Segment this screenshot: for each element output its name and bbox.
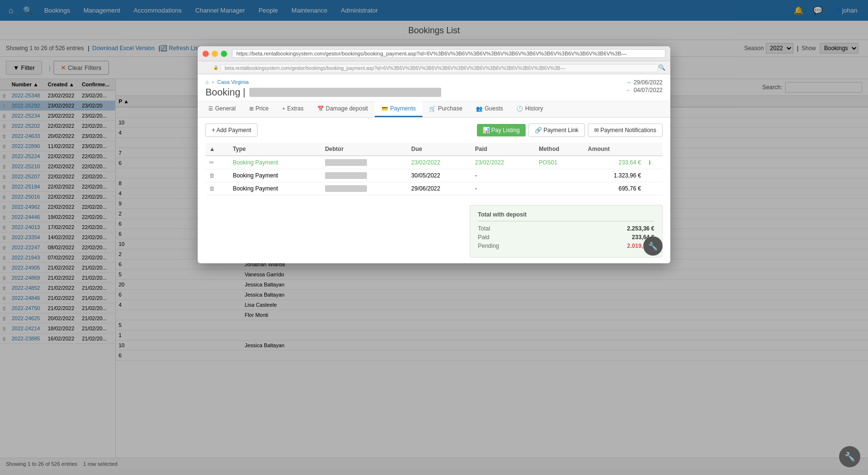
price-tab-icon: ⊞ xyxy=(249,106,254,112)
traffic-lights xyxy=(203,51,227,57)
payments-col-debtor: Debtor xyxy=(321,143,407,156)
payment-row-2-method xyxy=(535,169,584,182)
total-value: 2.253,36 € xyxy=(627,225,654,232)
breadcrumb-casa-virginia[interactable]: Casa Virginia xyxy=(217,79,248,85)
lock-icon: 🔒 xyxy=(213,65,218,70)
modal-overlay: https://beta.rentalbookingsystem.com/ges… xyxy=(0,0,868,470)
extras-tab-icon: + xyxy=(282,106,285,111)
tab-damage-deposit-label: Damage deposit xyxy=(326,105,368,112)
payments-col-sort: ▲ xyxy=(205,143,229,156)
arrive-arrow-icon: → xyxy=(626,79,632,86)
tab-extras[interactable]: + Extras xyxy=(275,101,310,117)
close-window-button[interactable] xyxy=(203,51,209,57)
payment-row-2-paid: - xyxy=(471,169,535,182)
payment-row-1-type: Booking Payment xyxy=(229,156,321,169)
pending-row: Pending 2.019,72 € xyxy=(478,243,654,249)
tab-price-label: Price xyxy=(256,105,269,112)
modal-window: https://beta.rentalbookingsystem.com/ges… xyxy=(198,46,670,263)
guests-tab-icon: 👥 xyxy=(476,106,483,112)
payments-col-type: Type xyxy=(229,143,321,156)
tab-price[interactable]: ⊞ Price xyxy=(243,101,275,117)
arrive-date: 29/06/2022 xyxy=(634,79,663,86)
payment-row-1-due: 23/02/2022 xyxy=(407,156,471,169)
damage-deposit-tab-icon: 📅 xyxy=(317,106,324,112)
total-label: Total xyxy=(478,225,490,232)
payment-notifications-button[interactable]: ✉ Payment Notifications xyxy=(588,123,663,137)
modal-header-dates: → 29/06/2022 ← 04/07/2022 xyxy=(626,79,663,95)
tab-history[interactable]: 🕐 History xyxy=(510,101,550,117)
payment-row-3-amount: 695,76 € xyxy=(584,182,645,195)
payment-row-2-due: 30/05/2022 xyxy=(407,169,471,182)
payment-row-1-method: POS01 xyxy=(535,156,584,169)
tab-purchase[interactable]: 🛒 Purchase xyxy=(422,101,469,117)
modal-browser-bar: https://beta.rentalbookingsystem.com/ges… xyxy=(198,46,670,61)
payment-row-2-type: Booking Payment xyxy=(229,169,321,182)
payment-row-1-amount: 233,64 € xyxy=(584,156,645,169)
url-bar-1[interactable]: https://beta.rentalbookingsystem.com/ges… xyxy=(232,49,665,58)
modal-browser-bar2: 🔒 beta.rentalbookingsystem.com/gestor/bo… xyxy=(198,61,670,74)
payment-row-3-type: Booking Payment xyxy=(229,182,321,195)
tab-general-label: General xyxy=(215,105,236,112)
booking-label: Booking | xyxy=(205,87,245,98)
payment-row-3: 🗑 Booking Payment ██████ ████ 29/06/2022… xyxy=(205,182,663,195)
payments-col-paid: Paid xyxy=(471,143,535,156)
tab-payments[interactable]: 💳 Payments xyxy=(375,101,422,117)
payment-row-1-edit[interactable]: ✏ xyxy=(205,156,229,169)
general-tab-icon: ☰ xyxy=(208,106,213,112)
payment-row-1-info[interactable]: ℹ xyxy=(645,156,663,169)
payment-row-1-debtor: ██████ ████ xyxy=(321,156,407,169)
payment-row-3-actions xyxy=(645,182,663,195)
modal-header: ⌂ › Casa Virginia Booking | ████████ ███… xyxy=(198,74,670,101)
payment-row-3-paid: - xyxy=(471,182,535,195)
payment-row-1: ✏ Booking Payment ██████ ████ 23/02/2022… xyxy=(205,156,663,169)
tab-extras-label: Extras xyxy=(287,105,303,112)
pay-listing-button[interactable]: 📊 Pay Listing xyxy=(477,124,526,136)
maximize-window-button[interactable] xyxy=(221,51,227,57)
modal-body-payments: + Add Payment 📊 Pay Listing 🔗 Payment Li… xyxy=(198,118,670,263)
modal-tabs: ☰ General ⊞ Price + Extras 📅 Damage depo… xyxy=(198,101,670,118)
paid-row: Paid 233,64 € xyxy=(478,234,654,241)
wrench-button-global[interactable]: 🔧 xyxy=(839,446,860,467)
payments-table: ▲ Type Debtor Due Paid Method Amount ✏ B… xyxy=(205,143,663,195)
paid-label: Paid xyxy=(478,234,489,241)
url-search-icon[interactable]: 🔍 xyxy=(658,64,665,71)
breadcrumb-home-icon[interactable]: ⌂ xyxy=(205,79,209,85)
tab-guests-label: Guests xyxy=(485,105,503,112)
booking-id-blurred: ████████ ████ ████████ ████ ████████ ███… xyxy=(249,88,441,97)
total-row: Total 2.253,36 € xyxy=(478,225,654,232)
payment-row-3-due: 29/06/2022 xyxy=(407,182,471,195)
payment-row-1-paid: 23/02/2022 xyxy=(471,156,535,169)
breadcrumb: ⌂ › Casa Virginia xyxy=(205,79,441,85)
add-payment-button[interactable]: + Add Payment xyxy=(205,123,258,137)
pending-label: Pending xyxy=(478,243,499,249)
tab-payments-label: Payments xyxy=(390,105,416,112)
tab-general[interactable]: ☰ General xyxy=(202,101,243,117)
payment-row-2: 🗑 Booking Payment ██████ ████ 30/05/2022… xyxy=(205,169,663,182)
tab-purchase-label: Purchase xyxy=(438,105,462,112)
totals-section: Total with deposit Total 2.253,36 € Paid… xyxy=(470,205,663,258)
payment-row-2-debtor: ██████ ████ xyxy=(321,169,407,182)
total-header: Total with deposit xyxy=(478,211,654,221)
tab-history-label: History xyxy=(525,105,543,112)
tab-guests[interactable]: 👥 Guests xyxy=(469,101,510,117)
payment-row-2-actions xyxy=(645,169,663,182)
minimize-window-button[interactable] xyxy=(212,51,218,57)
tab-damage-deposit[interactable]: 📅 Damage deposit xyxy=(311,101,375,117)
payment-row-3-debtor: ██████ ████ xyxy=(321,182,407,195)
depart-date: 04/07/2022 xyxy=(634,87,663,94)
payment-row-2-trash[interactable]: 🗑 xyxy=(205,169,229,182)
payment-row-2-amount: 1.323,96 € xyxy=(584,169,645,182)
payment-row-3-trash[interactable]: 🗑 xyxy=(205,182,229,195)
depart-arrow-icon: ← xyxy=(626,87,632,94)
history-tab-icon: 🕐 xyxy=(516,106,523,112)
wrench-button-modal[interactable]: 🔧 xyxy=(643,236,663,256)
payment-row-3-method xyxy=(535,182,584,195)
payments-col-actions xyxy=(645,143,663,156)
url-bar-2[interactable]: beta.rentalbookingsystem.com/gestor/book… xyxy=(220,64,658,72)
payments-col-method: Method xyxy=(535,143,584,156)
payments-toolbar: + Add Payment 📊 Pay Listing 🔗 Payment Li… xyxy=(205,123,663,137)
payment-link-button[interactable]: 🔗 Payment Link xyxy=(529,123,585,137)
payments-col-amount: Amount xyxy=(584,143,645,156)
purchase-tab-icon: 🛒 xyxy=(429,106,436,112)
payments-tab-icon: 💳 xyxy=(381,106,388,112)
